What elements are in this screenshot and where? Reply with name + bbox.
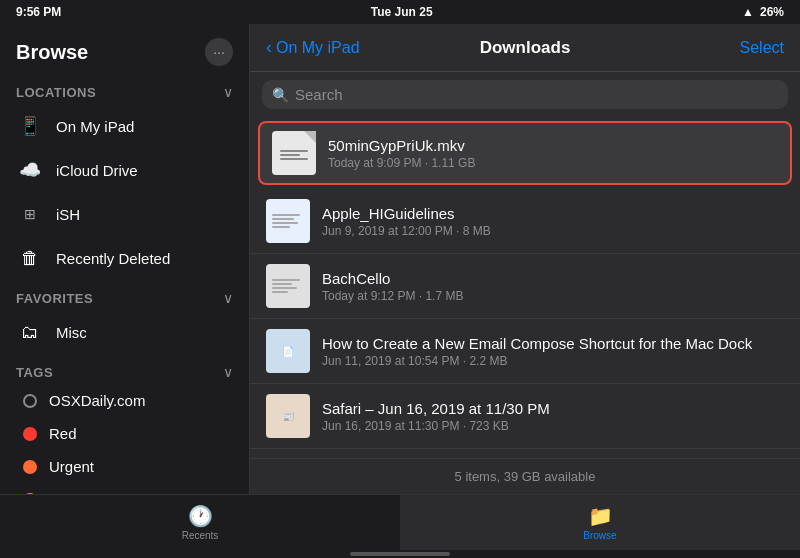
- nav-back-label: On My iPad: [276, 39, 360, 57]
- search-input[interactable]: Search: [295, 86, 343, 103]
- ish-label: iSH: [56, 206, 80, 223]
- img-file-icon-safari: 📰: [266, 394, 310, 438]
- status-right: ▲ 26%: [742, 5, 784, 19]
- file-info-email-shortcut: How to Create a New Email Compose Shortc…: [322, 335, 784, 368]
- file-name-safari: Safari – Jun 16, 2019 at 11/30 PM: [322, 400, 784, 417]
- recents-icon: 🕐: [188, 504, 213, 528]
- favorites-section-header: Favorites ∨: [0, 280, 249, 310]
- tag-dot-white: [23, 394, 37, 408]
- status-time: 9:56 PM: [16, 5, 61, 19]
- tag-dot-urgent: [23, 460, 37, 474]
- sidebar-header: Browse ···: [0, 24, 249, 74]
- file-name-higuidelines: Apple_HIGuidelines: [322, 205, 784, 222]
- file-info-bachcello: BachCello Today at 9:12 PM · 1.7 MB: [322, 270, 784, 303]
- doc-file-icon-bachcello: [266, 264, 310, 308]
- img-file-icon-email-shortcut: 📄: [266, 329, 310, 373]
- icloud-drive-label: iCloud Drive: [56, 162, 138, 179]
- sidebar-item-tag-osxdaily[interactable]: OSXDaily.com: [0, 384, 249, 417]
- file-info-safari: Safari – Jun 16, 2019 at 11/30 PM Jun 16…: [322, 400, 784, 433]
- status-bar: 9:56 PM Tue Jun 25 ▲ 26%: [0, 0, 800, 24]
- file-info-higuidelines: Apple_HIGuidelines Jun 9, 2019 at 12:00 …: [322, 205, 784, 238]
- misc-folder-icon: 🗂: [16, 318, 44, 346]
- browse-icon: 📁: [588, 504, 613, 528]
- nav-back-button[interactable]: ‹ On My iPad: [266, 37, 360, 58]
- search-bar[interactable]: 🔍 Search: [262, 80, 788, 109]
- sidebar-item-tag-urgent[interactable]: Urgent: [0, 450, 249, 483]
- file-info-mkv: 50minGypPriUk.mkv Today at 9:09 PM · 1.1…: [328, 137, 778, 170]
- file-item-email-shortcut[interactable]: 📄 How to Create a New Email Compose Shor…: [250, 319, 800, 384]
- locations-section-header: Locations ∨: [0, 74, 249, 104]
- content-footer: 5 items, 39 GB available: [250, 458, 800, 494]
- battery-icon: 26%: [760, 5, 784, 19]
- locations-chevron-icon[interactable]: ∨: [223, 84, 233, 100]
- sidebar-item-tag-orange[interactable]: Orange: [0, 483, 249, 494]
- content-panel: ‹ On My iPad Downloads Select 🔍 Search: [250, 24, 800, 494]
- tab-recents[interactable]: 🕐 Recents: [0, 495, 400, 550]
- wifi-icon: ▲: [742, 5, 754, 19]
- recently-deleted-icon: 🗑: [16, 244, 44, 272]
- tab-bar: 🕐 Recents 📁 Browse: [0, 494, 800, 550]
- tags-label: Tags: [16, 365, 53, 380]
- sidebar-title: Browse: [16, 41, 88, 64]
- favorites-chevron-icon[interactable]: ∨: [223, 290, 233, 306]
- tags-section-header: Tags ∨: [0, 354, 249, 384]
- sidebar-item-icloud-drive[interactable]: ☁️ iCloud Drive: [0, 148, 249, 192]
- sidebar-item-tag-red[interactable]: Red: [0, 417, 249, 450]
- main-container: Browse ··· Locations ∨ 📱 On My iPad ☁️ i…: [0, 24, 800, 494]
- nav-select-button[interactable]: Select: [740, 39, 784, 57]
- sidebar-item-on-my-ipad[interactable]: 📱 On My iPad: [0, 104, 249, 148]
- mkv-file-icon: [272, 131, 316, 175]
- tag-osxdaily-label: OSXDaily.com: [49, 392, 145, 409]
- file-meta-mkv: Today at 9:09 PM · 1.11 GB: [328, 156, 778, 170]
- doc-file-icon-higuidelines: [266, 199, 310, 243]
- status-day: Tue Jun 25: [371, 5, 433, 19]
- recently-deleted-label: Recently Deleted: [56, 250, 170, 267]
- back-chevron-icon: ‹: [266, 37, 272, 58]
- tag-urgent-label: Urgent: [49, 458, 94, 475]
- home-bar: [350, 552, 450, 556]
- search-container: 🔍 Search: [250, 72, 800, 117]
- sidebar-item-recently-deleted[interactable]: 🗑 Recently Deleted: [0, 236, 249, 280]
- tag-dot-red: [23, 427, 37, 441]
- file-meta-email-shortcut: Jun 11, 2019 at 10:54 PM · 2.2 MB: [322, 354, 784, 368]
- file-item-safari[interactable]: 📰 Safari – Jun 16, 2019 at 11/30 PM Jun …: [250, 384, 800, 449]
- file-item-higuidelines[interactable]: Apple_HIGuidelines Jun 9, 2019 at 12:00 …: [250, 189, 800, 254]
- home-indicator: [0, 550, 800, 558]
- sidebar-item-ish[interactable]: ⊞ iSH: [0, 192, 249, 236]
- sidebar-item-misc[interactable]: 🗂 Misc: [0, 310, 249, 354]
- file-list: 50minGypPriUk.mkv Today at 9:09 PM · 1.1…: [250, 117, 800, 458]
- sidebar: Browse ··· Locations ∨ 📱 On My iPad ☁️ i…: [0, 24, 250, 494]
- nav-bar: ‹ On My iPad Downloads Select: [250, 24, 800, 72]
- icloud-drive-icon: ☁️: [16, 156, 44, 184]
- on-my-ipad-label: On My iPad: [56, 118, 134, 135]
- file-meta-bachcello: Today at 9:12 PM · 1.7 MB: [322, 289, 784, 303]
- tab-browse[interactable]: 📁 Browse: [400, 495, 800, 550]
- tag-red-label: Red: [49, 425, 77, 442]
- footer-text: 5 items, 39 GB available: [455, 469, 596, 484]
- ish-icon: ⊞: [16, 200, 44, 228]
- misc-label: Misc: [56, 324, 87, 341]
- file-item-mkv[interactable]: 50minGypPriUk.mkv Today at 9:09 PM · 1.1…: [258, 121, 792, 185]
- browse-label: Browse: [583, 530, 616, 541]
- file-name-email-shortcut: How to Create a New Email Compose Shortc…: [322, 335, 784, 352]
- favorites-label: Favorites: [16, 291, 93, 306]
- file-name-mkv: 50minGypPriUk.mkv: [328, 137, 778, 154]
- file-name-bachcello: BachCello: [322, 270, 784, 287]
- file-item-bachcello[interactable]: BachCello Today at 9:12 PM · 1.7 MB: [250, 254, 800, 319]
- search-icon: 🔍: [272, 87, 289, 103]
- sidebar-more-button[interactable]: ···: [205, 38, 233, 66]
- on-my-ipad-icon: 📱: [16, 112, 44, 140]
- nav-title: Downloads: [480, 38, 571, 58]
- tags-chevron-icon[interactable]: ∨: [223, 364, 233, 380]
- file-meta-higuidelines: Jun 9, 2019 at 12:00 PM · 8 MB: [322, 224, 784, 238]
- locations-label: Locations: [16, 85, 96, 100]
- file-meta-safari: Jun 16, 2019 at 11:30 PM · 723 KB: [322, 419, 784, 433]
- recents-label: Recents: [182, 530, 219, 541]
